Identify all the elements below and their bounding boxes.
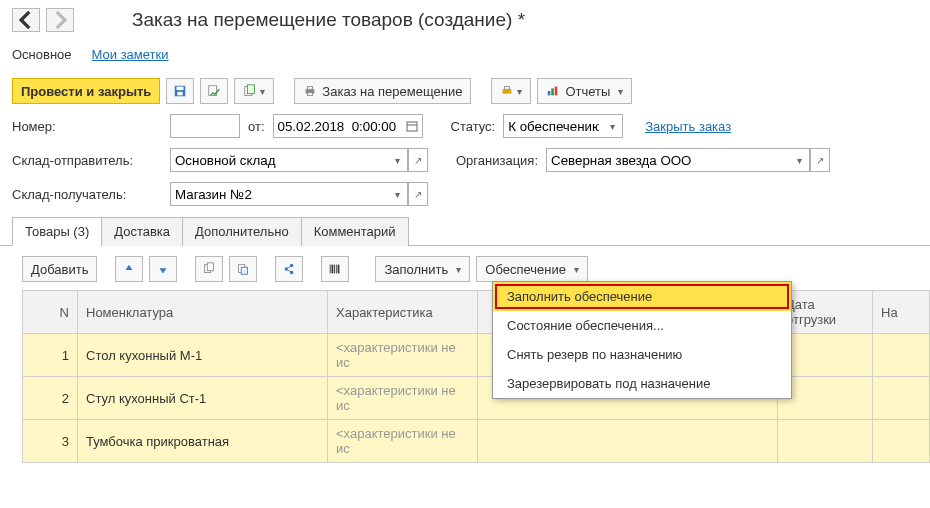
svg-rect-7 (308, 87, 313, 90)
svg-rect-10 (505, 87, 510, 90)
number-input[interactable] (170, 114, 240, 138)
share-button[interactable] (275, 256, 303, 282)
svg-rect-27 (338, 265, 340, 274)
dest-label: Склад-получатель: (12, 187, 162, 202)
calendar-icon (406, 120, 418, 132)
col-n[interactable]: N (23, 291, 78, 334)
source-label: Склад-отправитель: (12, 153, 162, 168)
menu-reserve[interactable]: Зарезервировать под назначение (493, 369, 791, 398)
reports-button[interactable]: Отчеты ▾ (537, 78, 632, 104)
status-dropdown-button[interactable]: ▾ (603, 114, 623, 138)
print-menu-button[interactable]: ▾ (491, 78, 531, 104)
nav-back-button[interactable] (12, 8, 40, 32)
table-row[interactable]: 2 Стул кухонный Ст-1 <характеристики не … (23, 377, 930, 420)
svg-rect-12 (552, 88, 555, 95)
fill-button[interactable]: Заполнить ▾ (375, 256, 470, 282)
status-label: Статус: (451, 119, 496, 134)
post-button[interactable] (200, 78, 228, 104)
print-order-label: Заказ на перемещение (322, 84, 462, 99)
paste-row-button[interactable] (229, 256, 257, 282)
chevron-down-icon: ▾ (260, 86, 265, 97)
tab-delivery[interactable]: Доставка (101, 217, 183, 246)
copy-sheet-icon (243, 84, 257, 98)
arrow-up-icon (122, 262, 136, 276)
svg-rect-13 (555, 87, 558, 96)
cell-nomen: Стул кухонный Ст-1 (78, 377, 328, 420)
move-down-button[interactable] (149, 256, 177, 282)
chevron-down-icon: ▾ (618, 86, 623, 97)
cell-char: <характеристики не ис (328, 334, 478, 377)
svg-rect-24 (332, 265, 334, 274)
reports-label: Отчеты (565, 84, 610, 99)
table-row[interactable]: 1 Стол кухонный М-1 <характеристики не и… (23, 334, 930, 377)
chevron-down-icon: ▾ (574, 264, 579, 275)
org-input[interactable] (546, 148, 790, 172)
nav-forward-button[interactable] (46, 8, 74, 32)
org-open-button[interactable]: ↗ (810, 148, 830, 172)
number-label: Номер: (12, 119, 162, 134)
menu-state-provision[interactable]: Состояние обеспечения... (493, 311, 791, 340)
svg-rect-9 (503, 89, 512, 93)
cell-nomen: Стол кухонный М-1 (78, 334, 328, 377)
chevron-down-icon: ▾ (456, 264, 461, 275)
svg-rect-11 (548, 91, 551, 95)
cell-n: 2 (23, 377, 78, 420)
move-up-button[interactable] (115, 256, 143, 282)
save-button[interactable] (166, 78, 194, 104)
col-char[interactable]: Характеристика (328, 291, 478, 334)
print-order-button[interactable]: Заказ на перемещение (294, 78, 471, 104)
menu-unreserve[interactable]: Снять резерв по назначению (493, 340, 791, 369)
post-icon (207, 84, 221, 98)
status-select[interactable] (503, 114, 603, 138)
top-tab-notes[interactable]: Мои заметки (92, 44, 169, 68)
date-input[interactable] (273, 114, 403, 138)
provision-label: Обеспечение (485, 262, 566, 277)
menu-fill-provision[interactable]: Заполнить обеспечение (493, 282, 791, 311)
dest-open-button[interactable]: ↗ (408, 182, 428, 206)
svg-rect-17 (208, 263, 214, 271)
chevron-down-icon: ▾ (517, 86, 522, 97)
tab-comment[interactable]: Комментарий (301, 217, 409, 246)
source-dropdown-button[interactable]: ▾ (388, 148, 408, 172)
dest-dropdown-button[interactable]: ▾ (388, 182, 408, 206)
source-input[interactable] (170, 148, 388, 172)
copy-icon (202, 262, 216, 276)
goods-table: N Номенклатура Характеристика Дата отгру… (22, 290, 930, 463)
provision-button[interactable]: Обеспечение ▾ (476, 256, 588, 282)
from-label: от: (248, 119, 265, 134)
col-nomen[interactable]: Номенклатура (78, 291, 328, 334)
arrow-right-icon (47, 7, 73, 33)
provision-menu: Заполнить обеспечение Состояние обеспече… (492, 281, 792, 399)
svg-rect-2 (178, 92, 183, 96)
table-row[interactable]: 3 Тумбочка прикроватная <характеристики … (23, 420, 930, 463)
top-tab-main[interactable]: Основное (12, 44, 72, 68)
share-icon (282, 262, 296, 276)
paste-icon (236, 262, 250, 276)
arrow-left-icon (13, 7, 39, 33)
svg-rect-1 (177, 87, 184, 91)
svg-rect-8 (308, 93, 313, 96)
tab-goods[interactable]: Товары (3) (12, 217, 102, 246)
chart-icon (546, 84, 560, 98)
dest-input[interactable] (170, 182, 388, 206)
post-and-close-button[interactable]: Провести и закрыть (12, 78, 160, 104)
tab-extra[interactable]: Дополнительно (182, 217, 302, 246)
printer-icon (303, 84, 317, 98)
org-dropdown-button[interactable]: ▾ (790, 148, 810, 172)
barcode-button[interactable] (321, 256, 349, 282)
close-order-link[interactable]: Закрыть заказ (645, 119, 731, 134)
svg-rect-26 (336, 265, 337, 274)
source-open-button[interactable]: ↗ (408, 148, 428, 172)
copy-row-button[interactable] (195, 256, 223, 282)
svg-rect-25 (335, 265, 336, 274)
calendar-button[interactable] (403, 114, 423, 138)
cell-nomen: Тумбочка прикроватная (78, 420, 328, 463)
cell-n: 1 (23, 334, 78, 377)
svg-rect-5 (248, 85, 255, 94)
add-row-button[interactable]: Добавить (22, 256, 97, 282)
arrow-down-icon (156, 262, 170, 276)
svg-rect-19 (242, 267, 248, 274)
col-last[interactable]: На (873, 291, 930, 334)
create-based-button[interactable]: ▾ (234, 78, 274, 104)
barcode-icon (328, 262, 342, 276)
